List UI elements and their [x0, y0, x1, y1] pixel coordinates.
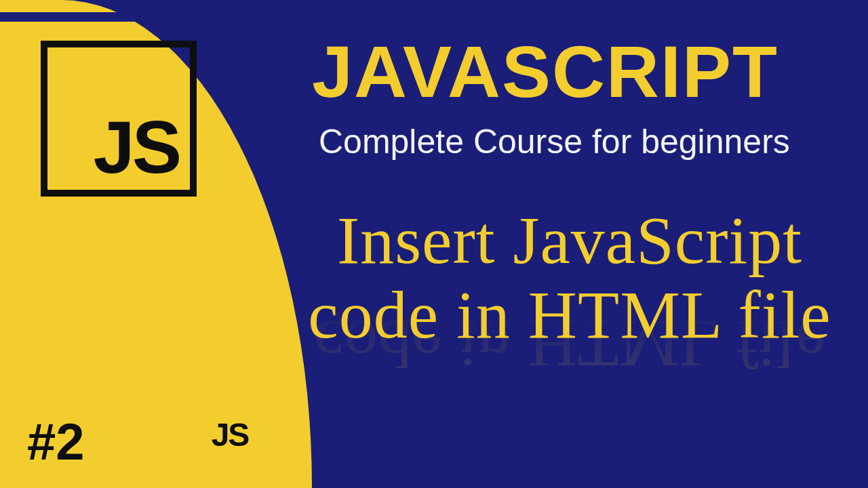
course-title: JAVASCRIPT	[312, 35, 778, 108]
js-logo-text: JS	[93, 110, 179, 184]
top-stripe	[0, 12, 312, 22]
js-logo-box: JS	[41, 41, 197, 197]
topic-reflection: code in HTML file	[292, 306, 848, 381]
js-badge-text: JS	[212, 419, 249, 451]
course-subtitle: Complete Course for beginners	[319, 122, 790, 161]
topic-line-1: Insert JavaScript	[337, 203, 802, 278]
js-badge-icon: JS	[193, 388, 267, 461]
episode-number: #2	[27, 416, 85, 468]
